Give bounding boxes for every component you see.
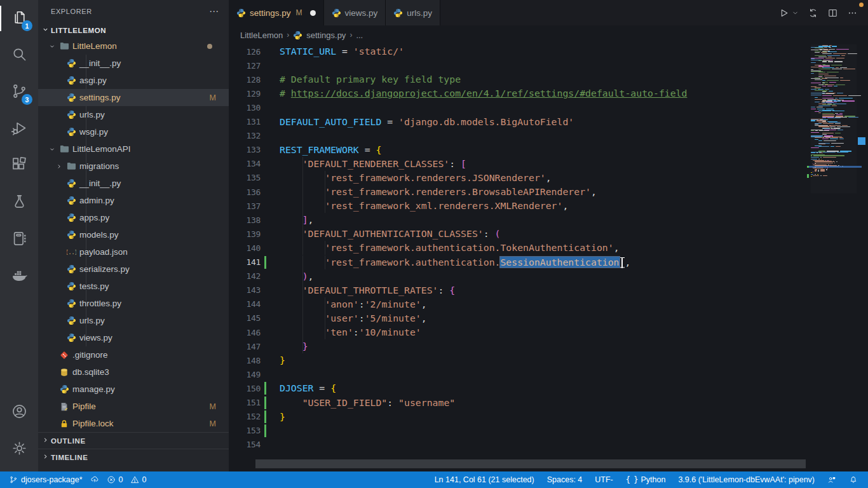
line-number[interactable]: 141 bbox=[229, 257, 261, 267]
code-line-153[interactable]: 153 bbox=[229, 424, 801, 438]
code-line-144[interactable]: 144 'anon':'2/minute', bbox=[229, 297, 801, 311]
tree-item--init-py[interactable]: __init__.py bbox=[38, 175, 229, 192]
code-line-138[interactable]: 138 ], bbox=[229, 213, 801, 227]
line-number[interactable]: 149 bbox=[229, 370, 261, 379]
line-number[interactable]: 138 bbox=[229, 215, 261, 225]
tree-item-apps-py[interactable]: apps.py bbox=[38, 209, 229, 226]
code-line-145[interactable]: 145 'user':'5/minute', bbox=[229, 311, 801, 325]
code-editor[interactable]: 126STATIC_URL = 'static/'127128# Default… bbox=[229, 44, 868, 471]
tree-item-tests-py[interactable]: tests.py bbox=[38, 278, 229, 295]
breadcrumb-symbol[interactable]: ... bbox=[356, 30, 363, 40]
code-line-133[interactable]: 133REST_FRAMEWORK = { bbox=[229, 143, 801, 157]
tree-item-migrations[interactable]: migrations bbox=[38, 158, 229, 175]
python-interpreter[interactable]: 3.9.6 ('LittleLemon-dbEvwAAt': pipenv) bbox=[674, 475, 818, 484]
line-number[interactable]: 129 bbox=[229, 89, 261, 98]
code-line-149[interactable]: 149 bbox=[229, 367, 801, 381]
indentation[interactable]: Spaces: 4 bbox=[543, 475, 587, 484]
tree-item-admin-py[interactable]: admin.py bbox=[38, 192, 229, 209]
activity-item-docker[interactable] bbox=[0, 258, 38, 295]
line-number[interactable]: 154 bbox=[229, 440, 261, 449]
tree-item-throttles-py[interactable]: throttles.py bbox=[38, 295, 229, 312]
code-line-142[interactable]: 142 ), bbox=[229, 269, 801, 283]
feedback-button[interactable] bbox=[824, 475, 840, 484]
line-number[interactable]: 152 bbox=[229, 412, 261, 421]
tree-item-serializers-py[interactable]: serializers.py bbox=[38, 261, 229, 278]
split-icon[interactable] bbox=[827, 8, 838, 18]
activity-item-account[interactable] bbox=[0, 394, 38, 431]
ellipsis-icon[interactable] bbox=[847, 8, 858, 18]
code-line-139[interactable]: 139 'DEFAULT_AUTHENTICATION_CLASSES': ( bbox=[229, 227, 801, 241]
line-number[interactable]: 132 bbox=[229, 131, 261, 140]
explorer-more-actions-icon[interactable]: ⋯ bbox=[209, 6, 220, 17]
code-line-131[interactable]: 131DEFAULT_AUTO_FIELD = 'django.db.model… bbox=[229, 115, 801, 129]
git-branch-status[interactable]: djosers-package* bbox=[5, 475, 86, 484]
activity-item-extensions[interactable] bbox=[0, 147, 38, 184]
line-number[interactable]: 153 bbox=[229, 426, 261, 435]
line-number[interactable]: 128 bbox=[229, 75, 261, 85]
code-line-134[interactable]: 134 'DEFAULT_RENDERER_CLASSES': [ bbox=[229, 157, 801, 171]
tree-item-littlelemon[interactable]: LittleLemon bbox=[38, 37, 229, 55]
activity-item-search[interactable] bbox=[0, 37, 38, 74]
tree-item-urls-py[interactable]: urls.py bbox=[38, 312, 229, 329]
line-number[interactable]: 134 bbox=[229, 159, 261, 168]
tree-item-db-sqlite3[interactable]: db.sqlite3 bbox=[38, 363, 229, 381]
line-number[interactable]: 130 bbox=[229, 103, 261, 112]
code-line-141[interactable]: 141 'rest_framework.authentication.Sessi… bbox=[229, 255, 801, 269]
code-line-151[interactable]: 151 "USER_ID_FIELD": "username" bbox=[229, 396, 801, 410]
code-line-152[interactable]: 152} bbox=[229, 410, 801, 424]
line-number[interactable]: 139 bbox=[229, 229, 261, 239]
activity-item-notebook[interactable] bbox=[0, 221, 38, 258]
code-line-129[interactable]: 129# https://docs.djangoproject.com/en/4… bbox=[229, 86, 801, 100]
code-line-137[interactable]: 137 'rest_framework_xml.renderers.XMLRen… bbox=[229, 199, 801, 213]
line-number[interactable]: 150 bbox=[229, 384, 261, 393]
code-line-126[interactable]: 126STATIC_URL = 'static/' bbox=[229, 44, 801, 58]
activity-item-explorer[interactable]: 1 bbox=[0, 0, 38, 37]
code-line-147[interactable]: 147 } bbox=[229, 339, 801, 353]
tree-item-pipfile[interactable]: PipfileM bbox=[38, 398, 229, 415]
line-number[interactable]: 137 bbox=[229, 201, 261, 211]
tree-item-littlelemonapi[interactable]: LittleLemonAPI bbox=[38, 140, 229, 158]
compare-icon[interactable] bbox=[808, 8, 818, 18]
code-line-148[interactable]: 148} bbox=[229, 353, 801, 367]
tab-settings-py[interactable]: settings.pyM bbox=[229, 0, 324, 25]
code-line-140[interactable]: 140 'rest_framework.authentication.Token… bbox=[229, 241, 801, 255]
line-number[interactable]: 140 bbox=[229, 243, 261, 253]
tree-item-models-py[interactable]: models.py bbox=[38, 226, 229, 243]
line-number[interactable]: 142 bbox=[229, 271, 261, 281]
code-line-132[interactable]: 132 bbox=[229, 129, 801, 143]
tree-item-asgi-py[interactable]: asgi.py bbox=[38, 72, 229, 89]
tree-item-payload-json[interactable]: {..}payload.json bbox=[38, 243, 229, 261]
outline-section[interactable]: OUTLINE bbox=[38, 432, 229, 449]
code-line-127[interactable]: 127 bbox=[229, 58, 801, 72]
line-number[interactable]: 146 bbox=[229, 328, 261, 337]
line-number[interactable]: 145 bbox=[229, 313, 261, 323]
line-number[interactable]: 151 bbox=[229, 398, 261, 407]
activity-item-settings[interactable] bbox=[0, 431, 38, 468]
activity-item-source-control[interactable]: 3 bbox=[0, 74, 38, 111]
line-number[interactable]: 131 bbox=[229, 117, 261, 126]
code-line-146[interactable]: 146 'ten':'10/minute' bbox=[229, 325, 801, 339]
minimap[interactable] bbox=[811, 44, 857, 193]
line-number[interactable]: 143 bbox=[229, 285, 261, 295]
line-number[interactable]: 127 bbox=[229, 61, 261, 71]
line-number[interactable]: 133 bbox=[229, 145, 261, 154]
language-mode[interactable]: { }Python bbox=[622, 475, 670, 484]
encoding[interactable]: UTF- bbox=[591, 475, 616, 484]
tree-item-wsgi-py[interactable]: wsgi.py bbox=[38, 123, 229, 140]
line-number[interactable]: 147 bbox=[229, 342, 261, 351]
problems-status[interactable]: 00 bbox=[103, 475, 151, 484]
tree-item--init-py[interactable]: __init__.py bbox=[38, 55, 229, 72]
tab-urls-py[interactable]: urls.py bbox=[386, 0, 440, 25]
breadcrumb-folder[interactable]: LittleLemon bbox=[240, 30, 283, 40]
code-line-130[interactable]: 130 bbox=[229, 100, 801, 114]
code-line-128[interactable]: 128# Default primary key field type bbox=[229, 72, 801, 86]
tree-item--gitignore[interactable]: .gitignore bbox=[38, 346, 229, 363]
breadcrumb-file[interactable]: settings.py bbox=[306, 30, 346, 40]
code-line-143[interactable]: 143 'DEFAULT_THROTTLE_RATES': { bbox=[229, 283, 801, 297]
code-line-150[interactable]: 150DJOSER = { bbox=[229, 381, 801, 395]
play-icon[interactable] bbox=[778, 8, 789, 18]
line-number[interactable]: 144 bbox=[229, 299, 261, 309]
chevron-down-icon[interactable] bbox=[792, 10, 799, 17]
notifications-button[interactable] bbox=[845, 475, 862, 484]
line-number[interactable]: 136 bbox=[229, 187, 261, 197]
